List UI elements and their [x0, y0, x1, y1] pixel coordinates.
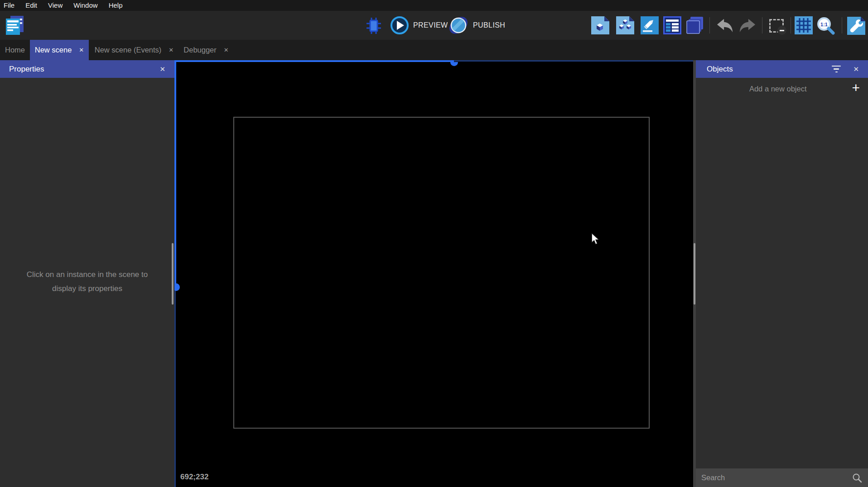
preview-button[interactable]: PREVIEW: [413, 11, 448, 40]
preview-play-icon[interactable]: [390, 15, 410, 35]
objects-panel-title: Objects: [707, 65, 831, 74]
objects-panel-header: Objects ✕: [696, 60, 868, 78]
add-object-row[interactable]: Add a new object +: [696, 78, 868, 100]
toolbar-separator: [791, 17, 791, 33]
properties-panel-header: Properties ✕: [0, 60, 174, 78]
layers-editor-icon[interactable]: [686, 16, 704, 34]
project-manager-icon[interactable]: [4, 14, 25, 36]
canvas-scrollbar-thumb[interactable]: [694, 243, 695, 305]
menu-help[interactable]: Help: [103, 0, 128, 11]
object-groups-icon[interactable]: [616, 16, 634, 34]
properties-panel: Properties ✕ Click on an instance in the…: [0, 60, 174, 487]
selection-border-left: [174, 60, 176, 287]
debugger-icon[interactable]: [365, 17, 382, 35]
toolbar-separator: [709, 17, 710, 33]
toolbar-separator: [762, 17, 762, 33]
objects-panel: Objects ✕ Add a new object +: [696, 60, 868, 487]
selection-border-left-faded: [174, 291, 176, 487]
menu-bar: File Edit View Window Help: [0, 0, 868, 11]
toolbar: PREVIEW PUBLISH: [0, 11, 868, 40]
zoom-ratio-label: 1:1: [820, 22, 828, 27]
deselect-icon[interactable]: [767, 17, 786, 34]
tab-debugger[interactable]: Debugger ✕: [179, 40, 233, 60]
selection-border-top: [174, 60, 454, 62]
redo-icon[interactable]: [738, 17, 757, 34]
close-icon[interactable]: ✕: [159, 65, 174, 73]
tab-bar: Home New scene ✕ New scene (Events) ✕ De…: [0, 40, 868, 60]
objects-search-bar: [696, 468, 868, 487]
tab-new-scene-events[interactable]: New scene (Events) ✕: [89, 40, 179, 60]
tab-label: Debugger: [183, 46, 216, 54]
properties-panel-title: Properties: [9, 65, 159, 74]
instances-list-icon[interactable]: [663, 16, 681, 34]
toolbar-separator: [842, 17, 842, 33]
cursor-coordinates: 692;232: [180, 473, 208, 482]
search-input[interactable]: [701, 473, 852, 482]
scene-settings-icon[interactable]: [846, 16, 866, 36]
add-object-icon[interactable]: +: [852, 83, 860, 92]
tab-label: New scene: [35, 46, 72, 54]
filter-icon[interactable]: [831, 66, 841, 73]
properties-editor-icon[interactable]: [641, 16, 659, 34]
publish-globe-icon[interactable]: [448, 15, 468, 35]
objects-editor-icon[interactable]: [591, 16, 609, 34]
menu-window[interactable]: Window: [68, 0, 103, 11]
menu-file[interactable]: File: [4, 0, 20, 11]
properties-scrollbar-thumb[interactable]: [172, 243, 174, 305]
menu-edit[interactable]: Edit: [20, 0, 43, 11]
properties-empty-message: Click on an instance in the scene to dis…: [0, 267, 174, 296]
tab-home[interactable]: Home: [0, 40, 30, 60]
tab-close-icon[interactable]: ✕: [224, 47, 229, 53]
undo-icon[interactable]: [715, 17, 735, 34]
tab-label: Home: [5, 46, 25, 54]
menu-view[interactable]: View: [43, 0, 68, 11]
tab-close-icon[interactable]: ✕: [79, 47, 84, 53]
add-object-label: Add a new object: [704, 85, 852, 93]
grid-icon[interactable]: [795, 16, 813, 34]
zoom-1-1-icon[interactable]: 1:1: [815, 16, 836, 36]
tab-new-scene[interactable]: New scene ✕: [30, 40, 89, 60]
publish-button[interactable]: PUBLISH: [473, 11, 505, 40]
search-icon[interactable]: [852, 473, 863, 483]
tab-close-icon[interactable]: ✕: [169, 47, 174, 53]
tab-label: New scene (Events): [95, 46, 162, 54]
game-window-frame: [233, 117, 650, 429]
mouse-cursor: [590, 233, 600, 247]
close-icon[interactable]: ✕: [853, 65, 868, 73]
